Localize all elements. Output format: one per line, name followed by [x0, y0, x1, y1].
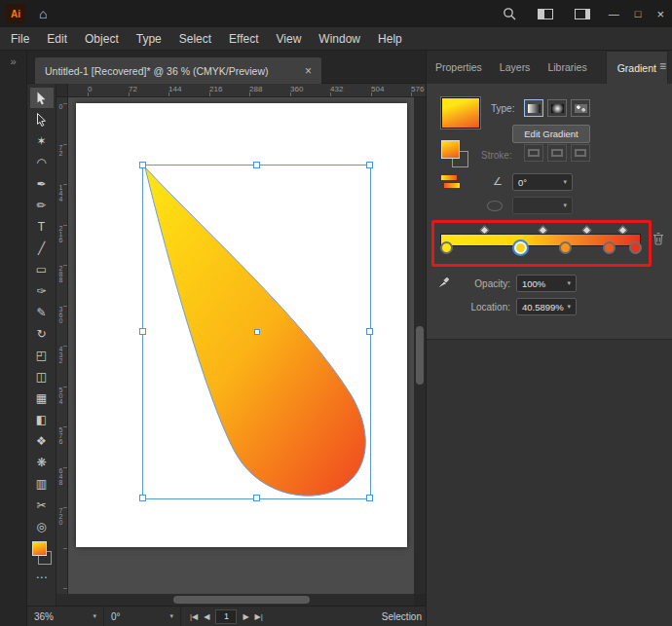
first-artboard-button[interactable]: |◀ — [190, 612, 198, 621]
panel-menu-icon[interactable]: ≡ — [659, 59, 666, 73]
arrange-documents-icon[interactable] — [538, 9, 553, 19]
angle-dropdown[interactable]: 0° ▾ — [512, 173, 573, 191]
menu-select[interactable]: Select — [170, 27, 220, 50]
close-window-button[interactable]: × — [656, 7, 664, 21]
maximize-button[interactable]: □ — [635, 8, 642, 19]
gradient-stops — [440, 226, 641, 263]
location-dropdown[interactable]: 40.5899% ▾ — [516, 298, 577, 315]
selection-tool[interactable] — [30, 88, 54, 108]
menu-window[interactable]: Window — [310, 27, 369, 50]
horizontal-scroll-thumb[interactable] — [173, 596, 310, 604]
previous-artboard-button[interactable]: ◀ — [204, 612, 209, 621]
aspect-ratio-dropdown[interactable]: ▾ — [512, 197, 573, 214]
menu-effect[interactable]: Effect — [220, 27, 267, 50]
linear-gradient-button[interactable] — [524, 99, 543, 117]
location-value: 40.5899% — [522, 302, 564, 313]
menu-view[interactable]: View — [268, 27, 311, 50]
right-panel: Properties Layers Libraries Gradient ≡ T… — [426, 51, 672, 626]
reverse-gradient-icon[interactable] — [441, 175, 461, 188]
vertical-scroll-thumb[interactable] — [416, 326, 424, 385]
delete-stop-icon[interactable] — [653, 232, 664, 249]
handle-middle-left[interactable] — [139, 328, 146, 335]
next-artboard-button[interactable]: ▶ — [243, 612, 248, 621]
angle-icon: ∠ — [493, 175, 503, 188]
stroke-along-button[interactable] — [547, 144, 567, 162]
collapse-panels-icon[interactable]: » — [10, 55, 16, 67]
edit-gradient-button[interactable]: Edit Gradient — [512, 125, 590, 143]
gradient-stop[interactable] — [514, 241, 527, 254]
lasso-tool[interactable]: ◠ — [30, 152, 54, 172]
workspace-switcher-icon[interactable] — [575, 9, 590, 19]
freeform-gradient-button[interactable] — [571, 99, 590, 117]
center-point-handle[interactable] — [254, 329, 260, 335]
fill-stroke-widget[interactable] — [441, 140, 468, 167]
home-icon[interactable]: ⌂ — [39, 6, 47, 21]
rotation-dropdown[interactable]: 0° ▾ — [104, 607, 181, 626]
magic-wand-tool[interactable]: ✶ — [30, 130, 54, 151]
column-graph-tool[interactable]: ▥ — [30, 473, 54, 494]
minimize-button[interactable]: — — [609, 8, 619, 19]
handle-bottom-middle[interactable] — [253, 495, 260, 501]
last-artboard-button[interactable]: ▶| — [255, 612, 263, 621]
pencil-tool[interactable]: ✎ — [30, 302, 54, 322]
gradient-stop[interactable] — [629, 241, 642, 254]
handle-top-right[interactable] — [366, 162, 373, 168]
handle-top-left[interactable] — [139, 162, 146, 168]
slice-tool[interactable]: ✂ — [30, 495, 54, 515]
stroke-within-button[interactable] — [524, 144, 543, 162]
line-segment-tool[interactable]: ╱ — [30, 238, 54, 258]
tab-properties[interactable]: Properties — [427, 51, 491, 84]
tab-close-icon[interactable]: × — [305, 64, 312, 78]
gradient-stop[interactable] — [440, 241, 453, 254]
menu-help[interactable]: Help — [369, 27, 411, 50]
vertical-ruler[interactable]: 072144216288360432504576648720 — [56, 97, 68, 594]
type-tool[interactable]: T — [30, 216, 54, 237]
horizontal-ruler[interactable]: 072144216288360432504576 — [68, 84, 426, 97]
search-icon[interactable] — [503, 7, 516, 20]
horizontal-scrollbar[interactable] — [56, 594, 414, 606]
gradient-preview-swatch[interactable] — [441, 97, 480, 129]
paintbrush-tool[interactable]: ✑ — [30, 280, 54, 301]
menu-type[interactable]: Type — [128, 27, 170, 50]
radial-gradient-button[interactable] — [547, 99, 567, 117]
gradient-tool[interactable]: ◧ — [30, 409, 54, 429]
fill-stroke-indicator[interactable] — [30, 540, 54, 566]
mesh-tool[interactable]: ▦ — [30, 387, 54, 408]
menu-object[interactable]: Object — [76, 27, 128, 50]
selection-bounding-box[interactable] — [142, 165, 371, 499]
document-tab[interactable]: Untitled-1 [Recovered]* @ 36 % (CMYK/Pre… — [35, 57, 321, 84]
fill-proxy-swatch[interactable] — [441, 140, 460, 159]
handle-bottom-right[interactable] — [366, 495, 373, 501]
zoom-tool[interactable]: ◎ — [30, 516, 54, 536]
handle-bottom-left[interactable] — [139, 495, 146, 501]
ruler-origin-corner[interactable] — [56, 84, 68, 97]
gradient-stop[interactable] — [559, 241, 572, 254]
stroke-across-button[interactable] — [571, 144, 590, 162]
opacity-dropdown[interactable]: 100% ▾ — [516, 275, 577, 292]
vertical-scrollbar[interactable] — [414, 97, 426, 594]
stroke-label: Stroke: — [481, 150, 512, 161]
direct-selection-tool[interactable] — [30, 109, 54, 129]
menu-edit[interactable]: Edit — [38, 27, 76, 50]
handle-top-middle[interactable] — [253, 162, 260, 168]
menu-file[interactable]: File — [2, 27, 38, 50]
symbol-sprayer-tool[interactable]: ❋ — [30, 452, 54, 472]
rectangle-tool[interactable]: ▭ — [30, 259, 54, 279]
tab-libraries[interactable]: Libraries — [539, 51, 595, 84]
scale-tool[interactable]: ◰ — [30, 345, 54, 365]
fill-swatch[interactable] — [32, 541, 47, 556]
curvature-tool[interactable]: ✏ — [30, 195, 54, 215]
statusbar: 36% ▾ 0° ▾ |◀ ◀ 1 ▶ ▶| Selection — [27, 606, 426, 626]
rotate-tool[interactable]: ↻ — [30, 323, 54, 344]
type-label: Type: — [491, 103, 514, 114]
blend-tool[interactable]: ❖ — [30, 430, 54, 451]
pen-tool[interactable]: ✒ — [30, 173, 54, 194]
tab-layers[interactable]: Layers — [491, 51, 540, 84]
artboard-number-field[interactable]: 1 — [215, 609, 237, 624]
handle-middle-right[interactable] — [366, 328, 373, 335]
zoom-dropdown[interactable]: 36% ▾ — [27, 607, 104, 626]
canvas[interactable] — [68, 97, 414, 594]
gradient-stop[interactable] — [603, 241, 616, 254]
more-tools-button[interactable]: ⋯ — [30, 567, 54, 587]
shape-builder-tool[interactable]: ◫ — [30, 366, 54, 387]
